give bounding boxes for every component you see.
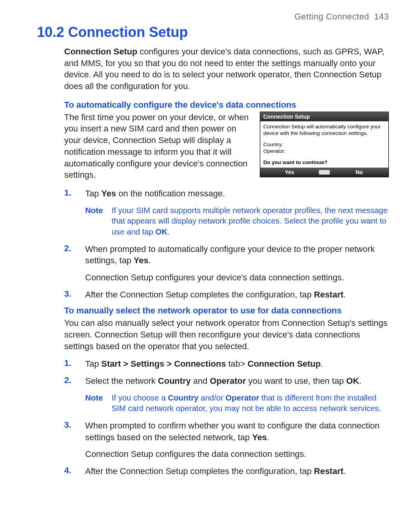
list-item: 2. When prompted to automatically config… bbox=[64, 243, 389, 283]
manual-config-heading: To manually select the network operator … bbox=[64, 306, 389, 316]
list-item: 3. After the Connection Setup completes … bbox=[64, 289, 389, 301]
dialog-body: Connection Setup will automatically conf… bbox=[260, 121, 388, 168]
section-title: 10.2 Connection Setup bbox=[37, 24, 389, 40]
dialog-confirm: Do you want to continue? bbox=[263, 159, 385, 166]
dialog-yes-button[interactable]: Yes bbox=[260, 169, 319, 175]
dialog-operator-label: Operator: bbox=[263, 148, 385, 155]
keyboard-icon[interactable] bbox=[319, 170, 330, 175]
step-body: When prompted to automatically configure… bbox=[85, 243, 389, 283]
auto-steps-list: 1. Tap Yes on the notification message. bbox=[64, 188, 389, 199]
step-followup: Connection Setup configures the data con… bbox=[85, 448, 389, 460]
dialog-message: Connection Setup will automatically conf… bbox=[263, 124, 385, 137]
manual-note: Note If you choose a Country and/or Oper… bbox=[85, 392, 389, 414]
dialog-no-button[interactable]: No bbox=[330, 169, 388, 175]
step-number: 2. bbox=[64, 243, 85, 283]
note-body: If you choose a Country and/or Operator … bbox=[112, 392, 389, 414]
intro-lead: Connection Setup bbox=[64, 47, 137, 56]
step-body: Tap Yes on the notification message. bbox=[85, 188, 389, 199]
auto-config-paragraph: The first time you power on your device,… bbox=[64, 112, 251, 181]
list-item: 1. Tap Yes on the notification message. bbox=[64, 188, 389, 199]
step-body: After the Connection Setup completes the… bbox=[85, 289, 389, 301]
note-body: If your SIM card supports multiple netwo… bbox=[112, 205, 389, 237]
step-body: Select the network Country and Operator … bbox=[85, 375, 389, 387]
step-number: 2. bbox=[64, 375, 85, 387]
page-number: 143 bbox=[374, 12, 389, 21]
step-body: When prompted to confirm whether you wan… bbox=[85, 420, 389, 460]
step-followup: Connection Setup configures your device'… bbox=[85, 272, 389, 283]
list-item: 4. After the Connection Setup completes … bbox=[64, 465, 389, 477]
step-number: 1. bbox=[64, 358, 85, 370]
manual-steps-list-cont: 3. When prompted to confirm whether you … bbox=[64, 420, 389, 477]
step-body: Tap Start > Settings > Connections tab> … bbox=[85, 358, 389, 370]
manual-config-paragraph: You can also manually select your networ… bbox=[64, 317, 389, 352]
step-number: 3. bbox=[64, 289, 85, 301]
step-number: 1. bbox=[64, 188, 85, 199]
intro-paragraph: Connection Setup configures your device'… bbox=[64, 46, 389, 92]
chapter-name: Getting Connected bbox=[294, 12, 369, 21]
auto-note: Note If your SIM card supports multiple … bbox=[85, 205, 389, 237]
list-item: 3. When prompted to confirm whether you … bbox=[64, 420, 389, 460]
dialog-softkeys: Yes No bbox=[260, 168, 388, 177]
manual-steps-list: 1. Tap Start > Settings > Connections ta… bbox=[64, 358, 389, 387]
auto-config-row: The first time you power on your device,… bbox=[64, 112, 389, 181]
list-item: 1. Tap Start > Settings > Connections ta… bbox=[64, 358, 389, 370]
step-number: 3. bbox=[64, 420, 85, 460]
step-body: After the Connection Setup completes the… bbox=[85, 465, 389, 477]
auto-config-heading: To automatically configure the device's … bbox=[64, 100, 389, 110]
connection-setup-dialog: Connection Setup Connection Setup will a… bbox=[260, 112, 389, 177]
dialog-country-label: Country: bbox=[263, 142, 385, 148]
note-label: Note bbox=[85, 392, 112, 414]
dialog-titlebar: Connection Setup bbox=[260, 112, 388, 121]
running-header: Getting Connected 143 bbox=[37, 12, 389, 22]
note-label: Note bbox=[85, 205, 112, 237]
manual-page: Getting Connected 143 10.2 Connection Se… bbox=[0, 0, 420, 516]
list-item: 2. Select the network Country and Operat… bbox=[64, 375, 389, 387]
step-number: 4. bbox=[64, 465, 85, 477]
auto-steps-list-cont: 2. When prompted to automatically config… bbox=[64, 243, 389, 301]
